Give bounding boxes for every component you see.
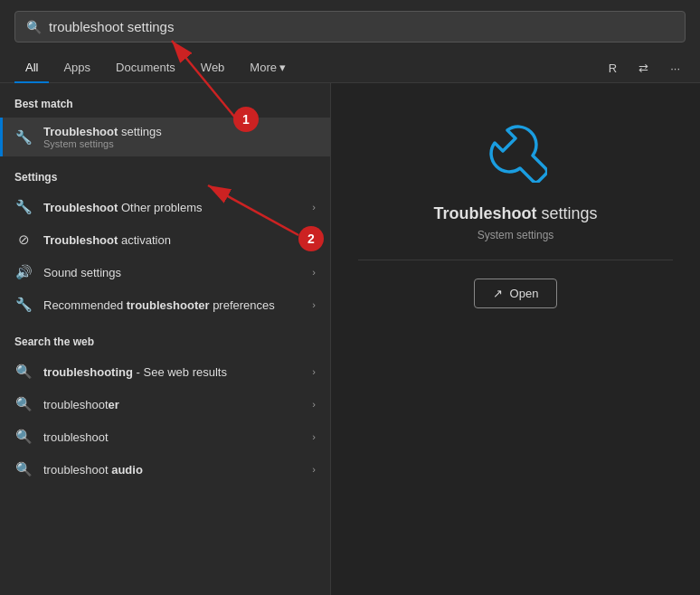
tab-more[interactable]: More ▾: [239, 53, 297, 83]
open-button-label: Open: [510, 287, 539, 300]
left-panel: Best match 🔧 Troubleshoot settings Syste…: [0, 83, 330, 595]
settings-item-2[interactable]: ⊘ Troubleshoot activation ›: [0, 223, 330, 256]
arrow-web-4: ›: [312, 464, 316, 475]
best-match-item[interactable]: 🔧 Troubleshoot settings System settings: [0, 118, 330, 156]
arrow-web-2: ›: [312, 399, 316, 410]
settings-item-2-text: Troubleshoot activation: [43, 233, 301, 247]
search-bar-container: 🔍 troubleshoot settings: [0, 0, 700, 53]
arrow-web-3: ›: [312, 431, 316, 442]
web-item-4[interactable]: 🔍 troubleshoot audio ›: [0, 453, 330, 486]
tab-apps[interactable]: Apps: [52, 53, 101, 83]
wrench-icon-3: 🔧: [14, 296, 33, 314]
main-content: Best match 🔧 Troubleshoot settings Syste…: [0, 83, 700, 595]
settings-item-4[interactable]: 🔧 Recommended troubleshooter preferences…: [0, 288, 330, 321]
search-web-title: Search the web: [0, 335, 330, 355]
nav-more-icon[interactable]: ···: [665, 58, 686, 79]
chevron-down-icon: ▾: [279, 61, 286, 74]
web-item-1[interactable]: 🔍 troubleshooting - See web results ›: [0, 355, 330, 388]
best-match-text: Troubleshoot settings System settings: [43, 125, 316, 149]
arrow-icon-3: ›: [312, 267, 316, 278]
settings-item-4-text: Recommended troubleshooter preferences: [43, 298, 301, 312]
tab-all[interactable]: All: [14, 53, 49, 83]
web-item-2[interactable]: 🔍 troubleshooter ›: [0, 388, 330, 420]
search-bar[interactable]: 🔍 troubleshoot settings: [14, 11, 686, 42]
nav-right: R ⇄ ···: [603, 58, 686, 79]
best-match-item-subtitle: System settings: [43, 138, 316, 149]
open-button[interactable]: ↗ Open: [474, 279, 558, 308]
web-item-2-title: troubleshooter: [43, 398, 301, 411]
right-panel: Troubleshoot settings System settings ↗ …: [330, 83, 700, 595]
settings-icon: 🔧: [14, 128, 33, 146]
nav-r-button[interactable]: R: [603, 58, 622, 79]
nav-share-icon[interactable]: ⇄: [633, 58, 654, 79]
web-item-2-text: troubleshooter: [43, 398, 301, 411]
detail-divider: [358, 260, 673, 260]
web-item-3-title: troubleshoot: [43, 430, 301, 444]
arrow-web-1: ›: [312, 366, 316, 377]
arrow-icon-2: ›: [312, 234, 316, 245]
sound-icon: 🔊: [14, 263, 33, 281]
search-web-icon-2: 🔍: [14, 395, 33, 413]
arrow-icon-4: ›: [312, 299, 316, 310]
web-item-3[interactable]: 🔍 troubleshoot ›: [0, 420, 330, 453]
arrow-icon-1: ›: [312, 202, 316, 212]
best-match-title: Best match: [0, 98, 330, 118]
tab-web[interactable]: Web: [190, 53, 236, 83]
wrench-icon-2: ⊘: [14, 231, 33, 249]
settings-item-4-title: Recommended troubleshooter preferences: [43, 298, 301, 312]
search-icon: 🔍: [26, 20, 42, 34]
open-icon: ↗: [493, 287, 503, 300]
settings-item-1-title: Troubleshoot Other problems: [43, 201, 301, 214]
search-web-icon-4: 🔍: [14, 460, 33, 478]
wrench-icon-1: 🔧: [14, 198, 33, 216]
settings-item-3-title: Sound settings: [43, 266, 301, 279]
nav-left: All Apps Documents Web More ▾: [14, 53, 297, 82]
tab-documents[interactable]: Documents: [105, 53, 186, 83]
best-match-item-title: Troubleshoot settings: [43, 125, 316, 138]
nav-tabs: All Apps Documents Web More ▾ R ⇄ ···: [0, 53, 700, 83]
wrench-detail-icon: [484, 119, 547, 183]
web-item-1-title: troubleshooting - See web results: [43, 365, 301, 379]
settings-item-2-title: Troubleshoot activation: [43, 233, 301, 247]
settings-item-1[interactable]: 🔧 Troubleshoot Other problems ›: [0, 191, 330, 223]
search-web-icon-3: 🔍: [14, 428, 33, 446]
search-input[interactable]: troubleshoot settings: [49, 19, 174, 34]
web-item-4-title: troubleshoot audio: [43, 463, 301, 477]
detail-subtitle: System settings: [478, 229, 554, 241]
web-item-3-text: troubleshoot: [43, 430, 301, 444]
settings-item-1-text: Troubleshoot Other problems: [43, 201, 301, 214]
detail-icon-wrap: [484, 119, 547, 186]
settings-item-3-text: Sound settings: [43, 266, 301, 279]
detail-title: Troubleshoot settings: [433, 204, 597, 223]
search-web-icon-1: 🔍: [14, 363, 33, 381]
settings-section-title: Settings: [0, 171, 330, 191]
web-item-1-text: troubleshooting - See web results: [43, 365, 301, 379]
web-item-4-text: troubleshoot audio: [43, 463, 301, 477]
settings-item-3[interactable]: 🔊 Sound settings ›: [0, 256, 330, 288]
